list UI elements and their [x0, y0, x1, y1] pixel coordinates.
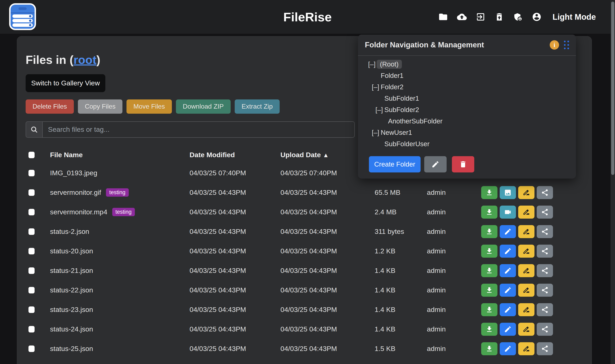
- row-checkbox[interactable]: [28, 170, 35, 176]
- share-button[interactable]: [537, 323, 553, 336]
- file-tag-badge: testing: [112, 208, 135, 216]
- edit-button[interactable]: [500, 303, 516, 316]
- share-button[interactable]: [537, 342, 553, 355]
- search-bar: [26, 121, 355, 138]
- file-name: status-24.json: [50, 325, 93, 333]
- rename-button[interactable]: [518, 303, 535, 316]
- row-checkbox[interactable]: [28, 228, 35, 235]
- scrollbar-thumb[interactable]: [611, 2, 615, 175]
- select-all-checkbox[interactable]: [28, 152, 35, 158]
- tree-toggle[interactable]: [–]: [372, 129, 381, 136]
- edit-button[interactable]: [500, 225, 516, 238]
- preview-video-button[interactable]: [500, 206, 516, 219]
- download-button[interactable]: [481, 303, 497, 316]
- download-button[interactable]: [481, 186, 497, 199]
- date-modified: 04/03/25 04:43PM: [190, 228, 280, 235]
- share-button[interactable]: [537, 206, 553, 219]
- gallery-view-button[interactable]: Switch to Gallery View: [26, 74, 105, 92]
- folder-icon[interactable]: [438, 12, 448, 22]
- download-button[interactable]: [481, 284, 497, 297]
- table-row: servermonitor.mp4 testing 04/03/25 04:43…: [26, 202, 583, 222]
- uploader: admin: [427, 208, 481, 216]
- share-button[interactable]: [537, 264, 553, 277]
- rename-button[interactable]: [518, 284, 535, 297]
- edit-button[interactable]: [500, 323, 516, 336]
- info-icon[interactable]: i: [550, 40, 559, 50]
- share-button[interactable]: [537, 245, 553, 258]
- tree-toggle[interactable]: [–]: [372, 83, 381, 91]
- light-mode-toggle[interactable]: Light Mode: [552, 13, 596, 22]
- share-button[interactable]: [537, 225, 553, 238]
- drag-handle-icon[interactable]: [564, 41, 569, 49]
- rename-button[interactable]: [518, 186, 535, 199]
- app-header: FileRise Light Mode: [0, 0, 615, 34]
- toolbar-button-move-files[interactable]: Move Files: [127, 99, 172, 114]
- preview-image-button[interactable]: [500, 186, 516, 199]
- download-button[interactable]: [481, 264, 497, 277]
- row-actions: [481, 284, 583, 297]
- folder-tree-item-anothersubfolder[interactable]: [–] AnotherSubFolder: [358, 116, 576, 127]
- download-button[interactable]: [481, 206, 497, 219]
- row-checkbox[interactable]: [28, 209, 35, 215]
- edit-button[interactable]: [500, 264, 516, 277]
- tree-toggle[interactable]: [–]: [375, 106, 384, 114]
- edit-button[interactable]: [500, 284, 516, 297]
- folder-tree-item-folder1[interactable]: [–] Folder1: [358, 70, 576, 81]
- edit-button[interactable]: [500, 342, 516, 355]
- file-size: 1.5 KB: [375, 345, 427, 353]
- download-button[interactable]: [481, 245, 497, 258]
- logout-icon[interactable]: [475, 12, 486, 22]
- trash-restore-icon[interactable]: [494, 12, 505, 22]
- account-icon[interactable]: [531, 12, 542, 22]
- create-folder-button[interactable]: Create Folder: [369, 156, 420, 172]
- admin-shield-icon[interactable]: [513, 12, 523, 22]
- upload-date: 04/03/25 04:43PM: [280, 306, 375, 313]
- folder-panel-title: Folder Navigation & Management: [365, 41, 550, 49]
- column-date-modified[interactable]: Date Modified: [190, 151, 280, 159]
- row-checkbox[interactable]: [28, 306, 35, 313]
- folder-tree-item-subfolderuser[interactable]: [–] SubFolderUser: [358, 138, 576, 150]
- rename-button[interactable]: [518, 225, 535, 238]
- row-checkbox[interactable]: [28, 346, 35, 352]
- rename-folder-button[interactable]: [424, 156, 447, 172]
- cloud-upload-icon[interactable]: [457, 12, 467, 22]
- window-scrollbar: [611, 0, 615, 364]
- upload-date: 04/03/25 04:43PM: [280, 267, 375, 274]
- root-folder-link[interactable]: root: [73, 53, 96, 66]
- download-button[interactable]: [481, 225, 497, 238]
- toolbar-button-extract-zip[interactable]: Extract Zip: [235, 99, 280, 114]
- toolbar-button-download-zip[interactable]: Download ZIP: [176, 99, 231, 114]
- folder-tree-item-folder2[interactable]: [–] Folder2: [358, 81, 576, 93]
- share-button[interactable]: [537, 186, 553, 199]
- row-checkbox[interactable]: [28, 189, 35, 196]
- share-button[interactable]: [537, 303, 553, 316]
- rename-button[interactable]: [518, 245, 535, 258]
- folder-tree-item-newuser1[interactable]: [–] NewUser1: [358, 127, 576, 138]
- file-size: 65.5 MB: [375, 189, 427, 196]
- rename-button[interactable]: [518, 323, 535, 336]
- folder-tree-item--root-[interactable]: [–] (Root): [358, 59, 576, 70]
- toolbar-button-delete-files[interactable]: Delete Files: [26, 99, 74, 114]
- column-file-name[interactable]: File Name: [50, 151, 190, 159]
- share-button[interactable]: [537, 284, 553, 297]
- folder-tree-item-subfolder2[interactable]: [–] SubFolder2: [358, 104, 576, 116]
- file-name: IMG_0193.jpeg: [50, 169, 97, 177]
- folder-tree-item-subfolder1[interactable]: [–] SubFolder1: [358, 93, 576, 104]
- search-input[interactable]: [42, 121, 355, 138]
- row-checkbox[interactable]: [28, 267, 35, 274]
- rename-button[interactable]: [518, 264, 535, 277]
- row-checkbox[interactable]: [28, 287, 35, 293]
- rename-button[interactable]: [518, 206, 535, 219]
- download-button[interactable]: [481, 342, 497, 355]
- tree-toggle[interactable]: [–]: [368, 60, 377, 68]
- uploader: admin: [427, 286, 481, 294]
- row-actions: [481, 225, 583, 238]
- row-checkbox[interactable]: [28, 248, 35, 254]
- file-name: status-20.json: [50, 247, 93, 255]
- delete-folder-button[interactable]: [452, 156, 474, 172]
- edit-button[interactable]: [500, 245, 516, 258]
- download-button[interactable]: [481, 323, 497, 336]
- row-checkbox[interactable]: [28, 326, 35, 332]
- toolbar-button-copy-files[interactable]: Copy Files: [78, 99, 122, 114]
- rename-button[interactable]: [518, 342, 535, 355]
